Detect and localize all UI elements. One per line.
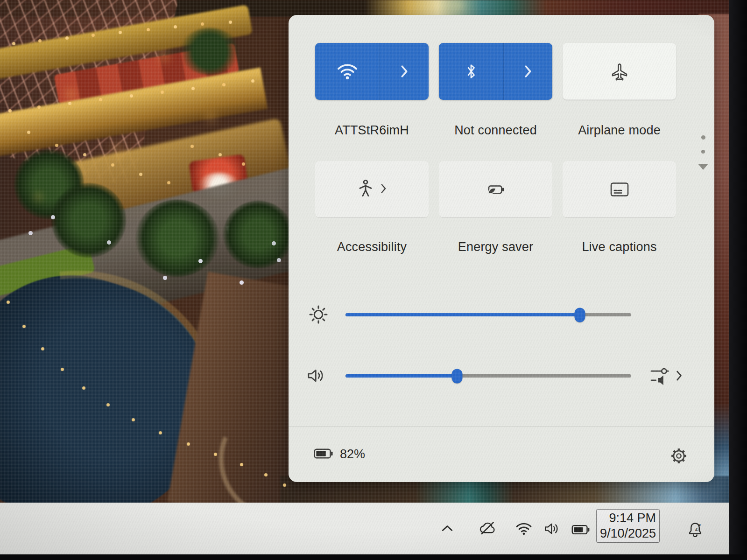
tray-onedrive-button[interactable] bbox=[478, 520, 497, 537]
taskbar: 9:14 PM 9/10/2025 z z bbox=[0, 503, 729, 555]
bluetooth-tile[interactable] bbox=[439, 43, 552, 100]
wallpaper-palm-tree bbox=[223, 201, 293, 268]
scroll-dot bbox=[701, 135, 705, 140]
airplane-mode-tile[interactable] bbox=[563, 43, 676, 100]
volume-slider[interactable] bbox=[345, 374, 631, 378]
wallpaper-palm-tree bbox=[135, 200, 219, 277]
live-captions-label: Live captions bbox=[563, 240, 676, 254]
chevron-right-icon[interactable] bbox=[380, 43, 429, 100]
chevron-right-icon[interactable] bbox=[504, 43, 552, 100]
notification-bell-snooze-icon: z z bbox=[686, 521, 704, 539]
accessibility-icon bbox=[357, 179, 374, 199]
bluetooth-icon bbox=[439, 43, 503, 100]
scroll-indicator[interactable] bbox=[696, 135, 711, 170]
live-captions-tile[interactable] bbox=[563, 161, 676, 218]
volume-icon bbox=[543, 522, 560, 537]
chevron-up-icon bbox=[441, 525, 453, 533]
monitor-bezel bbox=[729, 0, 747, 560]
wifi-label: ATTStR6imH bbox=[315, 123, 429, 138]
battery-button[interactable]: 82% bbox=[311, 447, 368, 462]
wallpaper-shape bbox=[179, 28, 240, 75]
battery-percent-label: 82% bbox=[340, 447, 365, 462]
tray-volume-button[interactable] bbox=[543, 522, 561, 537]
wallpaper-lights bbox=[0, 0, 1, 1]
volume-icon bbox=[305, 366, 327, 385]
brightness-slider[interactable] bbox=[345, 313, 631, 316]
wallpaper-palm-tree bbox=[51, 183, 126, 258]
volume-slider-thumb[interactable] bbox=[451, 369, 462, 383]
svg-text:z: z bbox=[695, 525, 698, 531]
settings-button[interactable] bbox=[669, 447, 688, 466]
scroll-dot bbox=[701, 150, 705, 154]
svg-text:z: z bbox=[699, 523, 701, 527]
energy-saver-icon bbox=[439, 161, 552, 217]
clock-date: 9/10/2025 bbox=[600, 526, 656, 541]
accessibility-tile[interactable] bbox=[315, 161, 429, 218]
battery-icon bbox=[571, 524, 590, 537]
onedrive-cloud-slash-icon bbox=[479, 520, 496, 537]
airplane-mode-label: Airplane mode bbox=[563, 123, 676, 138]
taskbar-clock[interactable]: 9:14 PM 9/10/2025 bbox=[596, 509, 660, 543]
audio-output-button[interactable] bbox=[643, 364, 688, 388]
brightness-icon bbox=[308, 304, 329, 325]
tray-battery-button[interactable] bbox=[571, 524, 591, 537]
battery-icon bbox=[314, 448, 333, 461]
chevron-right-icon bbox=[381, 183, 387, 195]
gear-icon bbox=[670, 447, 688, 466]
notification-center-button[interactable]: z z bbox=[685, 521, 705, 539]
live-captions-icon bbox=[563, 161, 676, 217]
volume-slider-fill bbox=[345, 374, 457, 378]
energy-saver-tile[interactable] bbox=[439, 161, 552, 218]
bluetooth-label: Not connected bbox=[439, 123, 552, 138]
energy-saver-label: Energy saver bbox=[439, 240, 552, 254]
chevron-down-icon bbox=[698, 164, 708, 170]
panel-divider bbox=[289, 426, 714, 427]
brightness-slider-thumb[interactable] bbox=[574, 308, 585, 322]
chevron-right-icon bbox=[676, 370, 682, 383]
wifi-icon bbox=[315, 43, 380, 100]
wifi-tile[interactable] bbox=[315, 43, 429, 100]
wifi-icon bbox=[515, 522, 532, 537]
audio-output-icon bbox=[650, 366, 672, 387]
quick-settings-panel: ATTStR6imH Not connected Airplane mode bbox=[289, 15, 714, 482]
airplane-icon bbox=[563, 43, 676, 99]
clock-time: 9:14 PM bbox=[600, 511, 656, 526]
brightness-slider-fill bbox=[345, 313, 580, 316]
tray-show-hidden-icons-button[interactable] bbox=[440, 523, 455, 535]
tray-wifi-button[interactable] bbox=[514, 522, 533, 537]
monitor-bezel bbox=[0, 554, 747, 560]
screen: ATTStR6imH Not connected Airplane mode bbox=[0, 0, 747, 560]
accessibility-label: Accessibility bbox=[315, 240, 429, 254]
